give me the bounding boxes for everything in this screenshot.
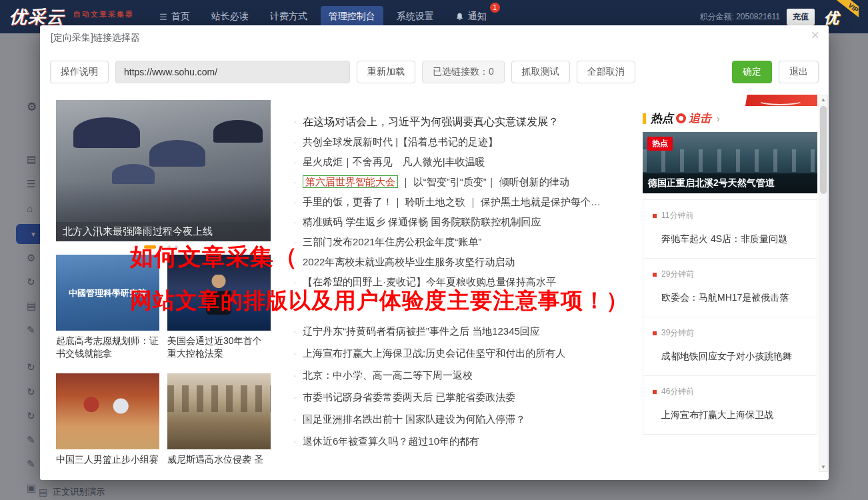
bullet-icon: · (293, 369, 297, 381)
headline-text: 三部门发布2021年住房公积金年度“账单” (303, 236, 481, 247)
hero-caption: 北方入汛来最强降雨过程今夜上线 (56, 222, 271, 241)
nav-label: 站长必读 (211, 11, 249, 23)
recharge-button[interactable]: 充值 (787, 9, 815, 25)
scroll-up-icon[interactable]: ▲ (819, 97, 827, 103)
nav-label: 首页 (171, 11, 190, 23)
credits-amount: 积分金额: 2050821611 (699, 11, 780, 23)
nav-item-billing[interactable]: 计费方式 (262, 6, 315, 27)
headline-text: 市委书记跻身省委常委两天后 已掌舵省委政法委 (303, 391, 515, 403)
notification-badge: 1 (490, 3, 500, 13)
card-caption: 中国三人男篮止步小组赛 (56, 453, 159, 466)
news-time-label: 11分钟前 (661, 210, 693, 221)
carousel-dot[interactable] (160, 245, 163, 249)
headline-list: ·在这场对话会上，习近平为何强调要真心实意谋发展？ ·共创全球发展新时代 |【沿… (293, 112, 641, 452)
scroll-down-icon[interactable]: ▼ (819, 464, 827, 470)
bullet-icon: · (293, 156, 297, 167)
hot-news-item[interactable]: 29分钟前 欧委会：马航MH17是被俄击落 (643, 259, 817, 317)
headline-link[interactable]: ·辽宁丹东“持黄码者看病被拦”事件之后 当地12345回应 (293, 320, 641, 342)
headline-link[interactable]: ·在这场对话会上，习近平为何强调要真心实意谋发展？ (293, 112, 641, 132)
card-caption: 美国会通过近30年首个重大控枪法案 (167, 335, 271, 360)
hot-sidebar: 热点 追击 › 热点 德国正重启北溪2号天然气管道 11分钟前 奔驰车起火 4S… (643, 95, 817, 435)
headline-text: 北京：中小学、高一高二等下周一返校 (303, 369, 473, 381)
nav-item-home[interactable]: ☰ 首页 (151, 6, 198, 27)
headline-link[interactable]: ·国足亚洲排名跌出前十 国家队建设为何陷入停滞？ (293, 408, 641, 430)
hot-logo-icon (676, 113, 686, 123)
confirm-button[interactable]: 确定 (732, 61, 772, 83)
hero-image[interactable]: 北方入汛来最强降雨过程今夜上线 (56, 100, 271, 241)
close-icon[interactable]: × (811, 28, 819, 43)
umbrella-shape (73, 117, 140, 148)
nav-label: 管理控制台 (329, 11, 375, 23)
nav-item-notifications[interactable]: 通知 1 (447, 6, 495, 27)
obscured-headline-gap (293, 292, 641, 320)
hot-section-header[interactable]: 热点 追击 › (643, 111, 817, 126)
bullet-icon: · (293, 256, 297, 267)
hot-news-item[interactable]: 39分钟前 成都地铁回应女子对小孩跳艳舞 (643, 317, 817, 376)
card-image (167, 255, 271, 331)
red-square-icon (653, 331, 657, 335)
news-card[interactable]: 威尼斯遇高水位侵袭 圣 (167, 373, 271, 466)
selected-links-counter: 已选链接数：0 (422, 61, 505, 83)
headline-text: 国足亚洲排名跌出前十 国家队建设为何陷入停滞？ (303, 413, 525, 425)
headline-link[interactable]: ·2022年离校未就业高校毕业生服务攻坚行动启动 (293, 252, 641, 272)
crawl-test-button[interactable]: 抓取测试 (511, 61, 570, 83)
nav-label: 计费方式 (270, 11, 307, 23)
news-time-label: 46分钟前 (661, 386, 694, 397)
headline-text: 手里的饭，更香了！｜ 聆听土地之歌 ｜ 保护黑土地就是保护每个… (303, 196, 601, 207)
hot-news-item[interactable]: 11分钟前 奔驰车起火 4S店：非质量问题 (643, 200, 817, 259)
headline-link[interactable]: ·三部门发布2021年住房公积金年度“账单” (293, 232, 641, 252)
bullet-icon: · (293, 391, 297, 403)
news-time-label: 29分钟前 (661, 269, 694, 280)
bullet-icon: · (293, 196, 297, 207)
exit-button[interactable]: 退出 (779, 61, 819, 83)
headline-text: 在这场对话会上，习近平为何强调要真心实意谋发展？ (303, 116, 559, 127)
chevron-right-icon: › (717, 113, 720, 124)
feature-image[interactable]: 热点 德国正重启北溪2号天然气管道 (643, 132, 817, 193)
news-card[interactable]: 中国三人男篮止步小组赛 (56, 373, 159, 466)
headline-link[interactable]: ·手里的饭，更香了！｜ 聆听土地之歌 ｜ 保护黑土地就是保护每个… (293, 192, 641, 212)
headline-link-selected[interactable]: ·第六届世界智能大会｜ 以“智变”引“质变”｜ 倾听创新的律动 (293, 172, 641, 192)
modal-title: [定向采集]链接选择器 (51, 32, 140, 44)
bullet-icon: · (293, 325, 297, 337)
menu-icon: ☰ (159, 12, 167, 22)
hot-news-item[interactable]: 46分钟前 上海宣布打赢大上海保卫战 (643, 376, 817, 434)
headline-link[interactable]: ·市委书记跻身省委常委两天后 已掌舵省委政法委 (293, 386, 641, 408)
headline-link[interactable]: ·精准赋码 学生返乡 保通保畅 国务院联防联控机制回应 (293, 212, 641, 232)
promo-ribbon (745, 95, 817, 106)
headline-text: 精准赋码 学生返乡 保通保畅 国务院联防联控机制回应 (303, 216, 541, 227)
headline-link[interactable]: ·共创全球发展新时代 |【沿着总书记的足迹】 (293, 132, 641, 152)
bullet-icon: · (293, 413, 297, 425)
carousel-dot-active[interactable] (144, 245, 156, 249)
carousel-dot[interactable] (167, 245, 171, 249)
cancel-all-button[interactable]: 全部取消 (577, 61, 635, 83)
bullet-icon: · (293, 136, 297, 147)
nav-label: 系统设置 (397, 11, 434, 23)
bullet-icon: · (293, 435, 297, 447)
headline-link[interactable]: ·星火成炬｜不舍再见 凡人微光|丰收温暖 (293, 152, 641, 172)
url-input[interactable] (115, 61, 350, 83)
scrollbar-thumb[interactable] (820, 106, 827, 194)
vip-badge: VIP (836, 0, 859, 23)
umbrella-shape (149, 140, 205, 167)
hot-badge: 热点 (647, 137, 673, 151)
nav-item-must-read[interactable]: 站长必读 (203, 6, 257, 27)
selected-link-highlight[interactable]: 第六届世界智能大会 (303, 175, 398, 188)
headline-link[interactable]: ·【在希望的田野上·麦收记】今年夏粮收购总量保持高水平 (293, 272, 641, 292)
headline-link[interactable]: ·北京：中小学、高一高二等下周一返校 (293, 364, 641, 386)
news-card[interactable]: 中國管理科學研究院 起底高考志愿规划师：证书交钱就能拿 (56, 255, 159, 360)
scrollbar[interactable]: ▲ ▼ (819, 95, 828, 472)
carousel-dot[interactable] (175, 245, 178, 249)
help-button[interactable]: 操作说明 (50, 61, 109, 83)
headline-link[interactable]: ·上海宣布打赢大上海保卫战:历史会记住坚守和付出的所有人 (293, 342, 641, 364)
hot-title-black: 热点 (651, 111, 673, 126)
nav-item-settings[interactable]: 系统设置 (389, 6, 442, 27)
news-card[interactable]: 美国会通过近30年首个重大控枪法案 (167, 255, 271, 360)
headline-link[interactable]: ·退休近6年被查算久吗？超过10年的都有 (293, 430, 641, 452)
feature-caption: 德国正重启北溪2号天然气管道 (643, 173, 817, 193)
nav-item-console[interactable]: 管理控制台 (321, 6, 383, 27)
red-square-icon (653, 214, 657, 218)
bullet-icon: · (293, 347, 297, 359)
reload-button[interactable]: 重新加载 (357, 61, 415, 83)
headline-text: 星火成炬｜不舍再见 凡人微光|丰收温暖 (303, 156, 485, 167)
news-title: 奔驰车起火 4S店：非质量问题 (653, 233, 807, 245)
